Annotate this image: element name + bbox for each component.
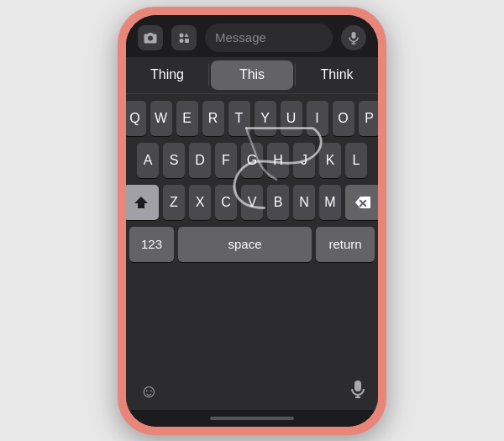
key-n[interactable]: N — [293, 185, 315, 220]
svg-rect-1 — [185, 39, 189, 43]
key-k[interactable]: K — [319, 143, 341, 178]
key-r[interactable]: R — [202, 101, 224, 136]
emoji-icon[interactable]: ☺ — [139, 381, 158, 402]
key-row-2: A S D F G H J K L — [129, 143, 375, 178]
key-row-4: 123 space return — [129, 227, 375, 262]
key-i[interactable]: I — [307, 101, 328, 136]
key-row-3: Z X C V B N M — [129, 185, 375, 220]
predictive-think[interactable]: Think — [296, 57, 378, 93]
space-key[interactable]: space — [178, 227, 312, 262]
key-d[interactable]: D — [189, 143, 211, 178]
bottom-bar: ☺ — [126, 373, 378, 410]
svg-point-2 — [180, 39, 184, 43]
keyboard-area: Q W E R T Y U I O P A S D F G H J K — [126, 94, 378, 373]
predictive-this[interactable]: This — [211, 60, 293, 90]
key-p[interactable]: P — [359, 101, 379, 136]
numbers-key[interactable]: 123 — [129, 227, 174, 262]
home-bar — [210, 417, 294, 420]
mic-bottom-icon[interactable] — [351, 380, 365, 403]
key-m[interactable]: M — [319, 185, 341, 220]
apps-icon[interactable] — [171, 25, 197, 50]
delete-key[interactable] — [345, 185, 378, 220]
return-key[interactable]: return — [316, 227, 375, 262]
svg-rect-6 — [354, 381, 361, 391]
svg-rect-3 — [352, 32, 356, 39]
pred-divider-left — [208, 64, 209, 86]
key-h[interactable]: H — [267, 143, 289, 178]
key-l[interactable]: L — [345, 143, 367, 178]
key-b[interactable]: B — [267, 185, 289, 220]
key-w[interactable]: W — [150, 101, 172, 136]
key-f[interactable]: F — [215, 143, 237, 178]
phone-frame: Message Thing This Think — [118, 7, 386, 435]
key-g[interactable]: G — [241, 143, 263, 178]
predictive-thing[interactable]: Thing — [126, 57, 208, 93]
key-t[interactable]: T — [228, 101, 250, 136]
key-s[interactable]: S — [163, 143, 185, 178]
message-placeholder: Message — [215, 30, 266, 45]
camera-icon[interactable] — [138, 25, 163, 50]
message-input[interactable]: Message — [205, 24, 333, 52]
key-x[interactable]: X — [189, 185, 211, 220]
key-u[interactable]: U — [281, 101, 302, 136]
key-c[interactable]: C — [215, 185, 237, 220]
key-e[interactable]: E — [176, 101, 198, 136]
key-q[interactable]: Q — [126, 101, 146, 136]
key-o[interactable]: O — [333, 101, 354, 136]
predictive-bar: Thing This Think — [126, 57, 378, 94]
key-y[interactable]: Y — [255, 101, 276, 136]
key-row-1: Q W E R T Y U I O P — [129, 101, 375, 136]
key-a[interactable]: A — [137, 143, 159, 178]
top-bar: Message — [126, 15, 378, 57]
key-j[interactable]: J — [293, 143, 315, 178]
svg-point-0 — [180, 33, 184, 37]
key-z[interactable]: Z — [163, 185, 185, 220]
key-v[interactable]: V — [241, 185, 263, 220]
mic-top-icon[interactable] — [341, 25, 366, 50]
home-indicator — [126, 410, 378, 427]
phone-screen: Message Thing This Think — [126, 15, 378, 427]
shift-key[interactable] — [126, 185, 159, 220]
